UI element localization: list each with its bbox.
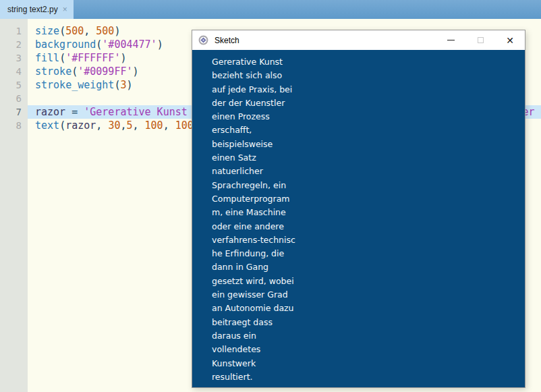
line-number: 7	[0, 105, 28, 119]
code-token: background	[35, 38, 96, 51]
code-token: =	[65, 106, 84, 118]
code-token: (	[96, 38, 102, 51]
line-number: 4	[0, 65, 28, 78]
code-token: ,	[84, 25, 96, 37]
canvas-text-line: m, eine Maschine	[212, 206, 525, 219]
code-token: stroke	[35, 65, 72, 78]
canvas-text-line: beitraegt dass	[212, 316, 525, 329]
code-token: '#0099FF'	[78, 65, 132, 78]
code-token: ,	[133, 119, 145, 132]
line-number: 6	[0, 92, 28, 105]
canvas-text-line: ein gewisser Grad	[212, 288, 525, 302]
processing-sketch-icon	[198, 35, 208, 45]
code-token: 5	[126, 119, 132, 132]
code-token: )	[126, 79, 132, 91]
canvas-text-line: vollendetes	[212, 343, 525, 356]
code-token: (	[59, 52, 65, 64]
code-token: text	[35, 119, 59, 132]
canvas-text-line: daraus ein	[212, 329, 525, 343]
canvas-text-line: natuerlicher	[212, 165, 525, 178]
canvas-text-line: Kunstwerk	[212, 357, 525, 370]
canvas-text-line: resultiert.	[212, 370, 525, 384]
sketch-titlebar[interactable]: Sketch ✕	[192, 30, 525, 50]
canvas-text-line: an Autonomie dazu	[212, 302, 525, 315]
code-token: )	[114, 25, 120, 37]
canvas-text-line: gesetzt wird, wobei	[212, 275, 525, 288]
line-number: 3	[0, 51, 28, 65]
canvas-text-line: Computerprogram	[212, 192, 525, 206]
tab-bar: string text2.py ×	[0, 0, 541, 19]
canvas-text-line: beispielsweise	[212, 138, 525, 151]
maximize-button[interactable]	[465, 30, 495, 50]
code-token: 30	[108, 119, 120, 132]
code-token: size	[35, 25, 59, 37]
canvas-text-line: einen Prozess	[212, 110, 525, 123]
code-token: )	[120, 52, 126, 64]
code-token: 100	[145, 119, 163, 132]
minimize-icon	[447, 40, 455, 40]
code-token: 500	[65, 25, 84, 37]
canvas-text-line: Gererative Kunst	[212, 55, 525, 69]
code-token: 100	[175, 119, 194, 132]
canvas-text-line: he Erfindung, die	[212, 247, 525, 260]
code-token: )	[157, 38, 163, 51]
code-token: )	[133, 65, 139, 78]
code-token: razor	[65, 119, 96, 132]
sketch-canvas: Gererative Kunstbezieht sich alsoauf jed…	[192, 50, 525, 387]
sketch-window: Sketch ✕ Gererative Kunstbezieht sich al…	[192, 30, 525, 388]
canvas-text-line: der der Kuenstler	[212, 96, 525, 110]
tab-label: string text2.py	[7, 5, 58, 14]
screen: string text2.py × 12345678 size(500, 500…	[0, 0, 541, 392]
code-token: fill	[35, 52, 59, 64]
line-number: 5	[0, 78, 28, 92]
canvas-text-line: bezieht sich also	[212, 69, 525, 82]
close-icon: ✕	[506, 36, 514, 45]
tab-string-text2[interactable]: string text2.py ×	[0, 0, 74, 19]
canvas-text-line: auf jede Praxis, bei	[212, 83, 525, 96]
window-title: Sketch	[215, 36, 436, 45]
canvas-text-line: oder eine andere	[212, 220, 525, 233]
code-token: '#FFFFFF'	[65, 52, 120, 64]
code-token: ,	[163, 119, 175, 132]
code-token: razor	[35, 106, 65, 118]
canvas-text-line: einen Satz	[212, 151, 525, 165]
code-token: 500	[96, 25, 114, 37]
tab-close-icon[interactable]: ×	[63, 5, 67, 13]
code-token: stroke_weight	[35, 79, 114, 91]
code-token: '#004477'	[102, 38, 156, 51]
close-button[interactable]: ✕	[495, 30, 525, 50]
line-number: 1	[0, 24, 28, 38]
line-number: 8	[0, 119, 28, 132]
code-token: (	[72, 65, 78, 78]
minimize-button[interactable]	[436, 30, 465, 50]
code-token: (	[59, 25, 65, 37]
canvas-text-line: verfahrens-technisc	[212, 233, 525, 247]
canvas-text-line: Sprachregeln, ein	[212, 179, 525, 192]
maximize-icon	[478, 37, 484, 43]
line-number: 2	[0, 38, 28, 51]
canvas-text-line: dann in Gang	[212, 260, 525, 274]
gutter: 12345678	[0, 19, 28, 392]
code-token: (	[59, 119, 65, 132]
canvas-text-line: erschafft,	[212, 123, 525, 137]
window-controls: ✕	[436, 30, 525, 50]
code-token: ,	[96, 119, 108, 132]
